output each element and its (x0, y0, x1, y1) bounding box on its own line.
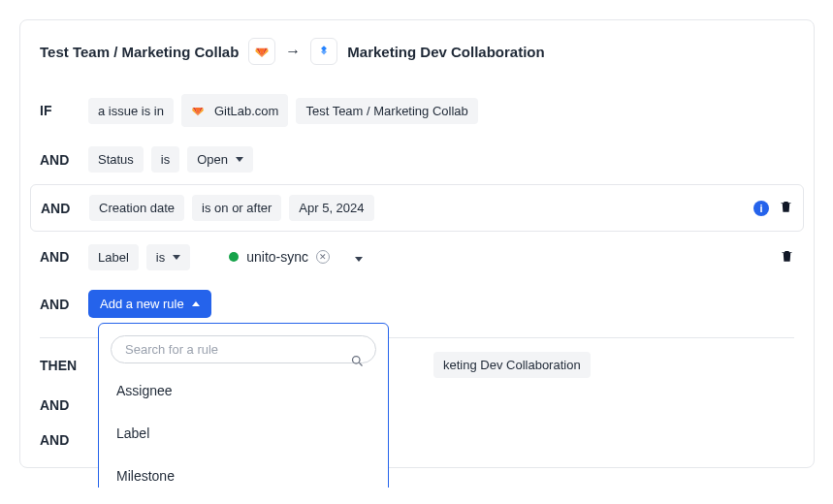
search-icon (350, 354, 365, 371)
status-value-chip[interactable]: Open (187, 146, 253, 173)
tool-chip[interactable]: GitLab.com (181, 94, 288, 127)
then-target-chip[interactable]: keting Dev Collaboration (433, 352, 591, 378)
svg-point-0 (353, 357, 361, 364)
menu-item-label[interactable]: Label (99, 412, 388, 455)
issue-chip[interactable]: a issue is in (88, 98, 174, 124)
row-actions (780, 248, 794, 267)
and-keyword: AND (40, 397, 80, 413)
gitlab-icon (248, 38, 275, 65)
and-keyword: AND (40, 297, 80, 312)
chevron-up-icon (192, 301, 200, 306)
trash-icon[interactable] (779, 199, 793, 217)
date-operator-chip[interactable]: is on or after (192, 195, 281, 221)
tag-text: unito-sync (246, 249, 308, 265)
date-value-chip[interactable]: Apr 5, 2024 (289, 195, 373, 221)
trash-icon[interactable] (780, 248, 794, 267)
chevron-down-icon (173, 255, 180, 260)
flow-header: Test Team / Marketing Collab → Marketing… (40, 38, 794, 65)
label-tag-chip[interactable]: unito-sync ✕ (219, 243, 339, 270)
add-rule-button[interactable]: Add a new rule (88, 290, 211, 318)
rules-card: Test Team / Marketing Collab → Marketing… (19, 19, 815, 468)
and-keyword: AND (41, 201, 81, 216)
tool-name: GitLab.com (214, 104, 278, 118)
if-row: IF a issue is in GitLab.com Test Team / … (40, 84, 794, 137)
date-field-chip[interactable]: Creation date (89, 195, 184, 221)
then-keyword: THEN (40, 358, 80, 373)
row-actions: i (753, 199, 793, 217)
tag-dropdown-chevron[interactable] (347, 249, 368, 265)
project-chip[interactable]: Test Team / Marketing Collab (296, 98, 477, 124)
and-keyword: AND (40, 432, 80, 448)
label-operator-chip[interactable]: is (146, 244, 190, 270)
label-operator-text: is (156, 250, 165, 265)
target-project-label: Marketing Dev Collaboration (347, 44, 544, 60)
status-value-text: Open (197, 152, 228, 167)
status-row: AND Status is Open (40, 137, 794, 182)
source-project-label: Test Team / Marketing Collab (40, 44, 239, 60)
search-input[interactable] (111, 335, 376, 363)
tag-color-dot (229, 252, 239, 262)
and-keyword: AND (40, 152, 80, 168)
chevron-down-icon (236, 157, 243, 162)
and-keyword: AND (40, 249, 80, 265)
gitlab-icon (187, 100, 208, 121)
status-operator-chip[interactable]: is (151, 146, 179, 173)
remove-tag-icon[interactable]: ✕ (316, 250, 330, 264)
menu-item-assignee[interactable]: Assignee (99, 369, 388, 412)
info-icon[interactable]: i (753, 201, 769, 216)
svg-line-1 (359, 362, 362, 365)
chevron-down-icon (355, 257, 363, 262)
arrow-icon: → (285, 43, 301, 60)
status-field-chip[interactable]: Status (88, 146, 144, 173)
label-field-chip[interactable]: Label (88, 244, 139, 270)
jira-icon (310, 38, 337, 65)
date-row: AND Creation date is on or after Apr 5, … (30, 184, 804, 232)
label-row: AND Label is unito-sync ✕ (40, 234, 794, 280)
if-keyword: IF (40, 103, 80, 118)
add-rule-label: Add a new rule (100, 297, 184, 311)
menu-item-milestone[interactable]: Milestone (99, 455, 388, 488)
add-rule-row: AND Add a new rule Assignee Label Milest… (40, 280, 794, 328)
rule-dropdown: Assignee Label Milestone (98, 323, 389, 488)
